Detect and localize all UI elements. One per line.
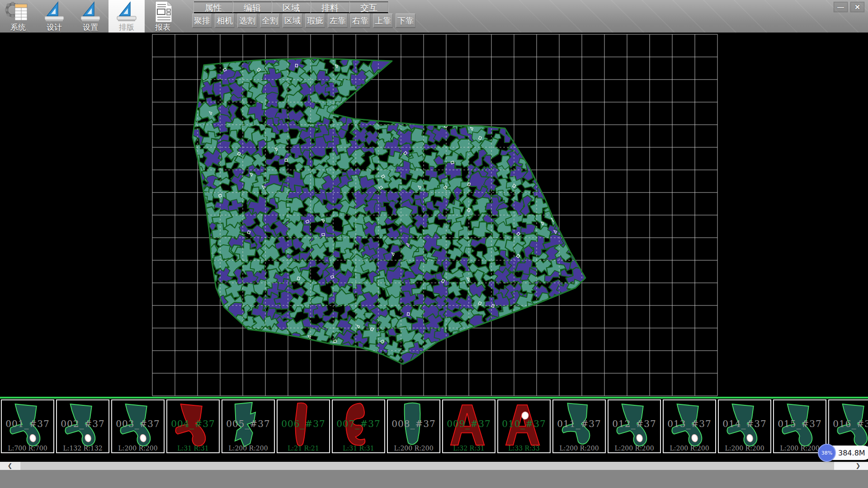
part-shape — [168, 401, 217, 450]
scroll-left-arrow-icon[interactable]: ❮ — [0, 462, 20, 470]
tool-button-5[interactable]: 瑕疵 — [305, 14, 325, 28]
report-icon — [151, 1, 175, 23]
menu-item-3[interactable]: 排料 — [311, 1, 349, 13]
menu-item-4[interactable]: 交互 — [349, 1, 388, 13]
part-shape — [113, 401, 161, 450]
part-shape — [443, 401, 492, 450]
memory-percent-badge: 38% — [818, 444, 836, 462]
part-thumbnail-4[interactable]: 004_#37L:31 R:31 — [166, 399, 220, 453]
nav-tab-label: 系统 — [10, 23, 26, 32]
part-thumbnail-12[interactable]: 012_#37L:200 R:200 — [608, 399, 661, 453]
part-shape — [499, 401, 547, 450]
part-thumbnail-6[interactable]: 006_#37L:21 R:21 — [277, 399, 330, 453]
part-thumbnail-14[interactable]: 014_#37L:200 R:200 — [718, 399, 771, 453]
nav-tab-report[interactable]: 报表 — [145, 0, 181, 33]
part-shape — [2, 401, 51, 450]
menu-bar: 属性编辑区域排料交互 — [193, 1, 389, 14]
part-thumbnail-10[interactable]: 010_#37L:33 R:33 — [497, 399, 551, 453]
system-icon — [5, 1, 31, 23]
menu-item-1[interactable]: 编辑 — [233, 1, 272, 13]
memory-badge: 38% 384.8M — [819, 446, 868, 460]
nav-tab-label: 排版 — [119, 23, 134, 32]
nav-tab-label: 设置 — [83, 23, 98, 32]
part-thumbnail-3[interactable]: 003_#37L:200 R:200 — [111, 399, 165, 453]
tool-button-9[interactable]: 下靠 — [396, 14, 415, 28]
part-shape — [333, 401, 382, 450]
nav-tab-label: 报表 — [155, 23, 170, 32]
tool-button-7[interactable]: 右靠 — [350, 14, 370, 28]
part-shape — [774, 401, 823, 450]
design-icon — [42, 1, 67, 23]
nesting-icon — [114, 1, 139, 23]
part-shape — [719, 401, 768, 450]
nav-tab-nesting[interactable]: 排版 — [108, 0, 145, 33]
tool-button-8[interactable]: 上靠 — [373, 14, 393, 28]
scrollbar-thumb[interactable] — [20, 462, 834, 470]
part-shape — [554, 401, 603, 450]
part-thumbnail-11[interactable]: 011_#37L:200 R:200 — [552, 399, 606, 453]
application-window: 系统 设计 设置 排版 报表 属性编辑区域排料交互 聚排相机选割全割区域瑕疵左靠… — [0, 0, 868, 488]
part-shape — [664, 401, 713, 450]
nesting-drawing — [0, 33, 868, 397]
part-shape — [609, 401, 658, 450]
parts-strip: 001_#37L:700 R:700002_#37L:132 R:132003_… — [0, 399, 868, 454]
horizontal-scrollbar[interactable]: ❮ ❯ — [0, 462, 868, 470]
tool-button-1[interactable]: 相机 — [215, 14, 235, 28]
tool-button-0[interactable]: 聚排 — [192, 14, 212, 28]
menu-item-0[interactable]: 属性 — [194, 1, 233, 13]
scroll-right-arrow-icon[interactable]: ❯ — [848, 462, 868, 470]
part-shape — [388, 401, 437, 450]
tool-button-4[interactable]: 区域 — [283, 14, 302, 28]
memory-size: 384.8M — [838, 449, 865, 457]
tool-button-3[interactable]: 全割 — [260, 14, 280, 28]
part-shape — [278, 401, 327, 450]
part-thumbnail-1[interactable]: 001_#37L:700 R:700 — [1, 399, 54, 453]
window-controls: — ✕ — [834, 2, 864, 12]
nav-tabs: 系统 设计 设置 排版 报表 — [0, 0, 181, 33]
close-button[interactable]: ✕ — [850, 2, 864, 12]
part-shape — [223, 401, 272, 450]
part-thumbnail-2[interactable]: 002_#37L:132 R:132 — [56, 399, 109, 453]
part-shape — [830, 401, 868, 450]
part-thumbnail-5[interactable]: 005_#37L:200 R:200 — [222, 399, 275, 453]
nav-tab-design[interactable]: 设计 — [36, 0, 72, 33]
part-thumbnail-7[interactable]: 007_#37L:31 R:31 — [332, 399, 385, 453]
tool-bar: 聚排相机选割全割区域瑕疵左靠右靠上靠下靠 — [192, 14, 415, 28]
part-thumbnail-9[interactable]: 009_#37L:32 R:31 — [442, 399, 495, 453]
status-bar — [0, 470, 868, 488]
nav-tab-label: 设计 — [47, 23, 62, 32]
settings-icon — [78, 1, 103, 23]
tool-button-2[interactable]: 选割 — [237, 14, 257, 28]
nav-tab-settings[interactable]: 设置 — [72, 0, 108, 33]
toolbar: 系统 设计 设置 排版 报表 属性编辑区域排料交互 聚排相机选割全割区域瑕疵左靠… — [0, 0, 868, 33]
menu-item-2[interactable]: 区域 — [272, 1, 311, 13]
tool-button-6[interactable]: 左靠 — [328, 14, 348, 28]
part-thumbnail-8[interactable]: 008_#37L:200 R:200 — [387, 399, 440, 453]
part-thumbnail-13[interactable]: 013_#37L:200 R:200 — [663, 399, 716, 453]
part-thumbnail-15[interactable]: 015_#37L:200 R:200 — [773, 399, 826, 453]
nesting-canvas[interactable] — [0, 33, 868, 397]
minimize-button[interactable]: — — [834, 2, 848, 12]
part-shape — [57, 401, 106, 450]
nav-tab-system[interactable]: 系统 — [0, 0, 36, 33]
memory-percent: 38% — [821, 450, 832, 456]
